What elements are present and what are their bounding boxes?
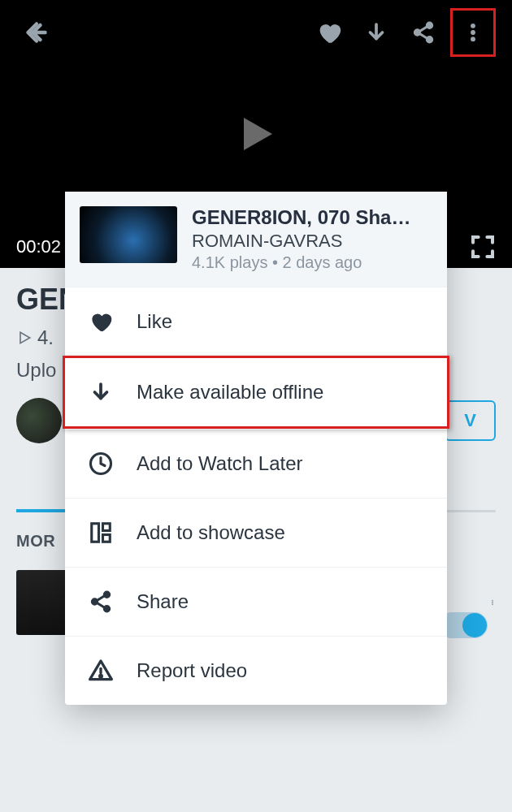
play-small-icon: [16, 330, 33, 346]
fullscreen-button[interactable]: [470, 234, 496, 260]
svg-marker-11: [20, 332, 30, 343]
menu-item-showcase[interactable]: Add to showcase: [65, 498, 447, 567]
menu-item-report[interactable]: Report video: [65, 636, 447, 705]
clock-icon: [89, 451, 113, 476]
svg-point-9: [471, 37, 475, 41]
svg-point-14: [492, 603, 493, 605]
menu-item-offline[interactable]: Make available offline: [63, 356, 449, 429]
svg-point-13: [492, 602, 493, 603]
play-icon: [232, 110, 280, 158]
menu-item-watch-later[interactable]: Add to Watch Later: [65, 429, 447, 498]
svg-line-24: [97, 603, 105, 607]
current-time: 00:02: [16, 236, 61, 257]
back-arrow-icon: [22, 18, 51, 47]
heart-icon: [88, 309, 114, 335]
player-top-bar: [0, 8, 512, 57]
stats-text: 4.: [37, 326, 54, 349]
like-button[interactable]: [309, 12, 349, 53]
sheet-title-block: GENER8ION, 070 Sha… ROMAIN-GAVRAS 4.1K p…: [192, 206, 432, 272]
menu-item-label: Share: [137, 590, 189, 613]
download-arrow-icon: [89, 380, 113, 404]
menu-item-label: Make available offline: [137, 381, 323, 404]
sheet-video-title: GENER8ION, 070 Sha…: [192, 206, 432, 229]
fullscreen-icon: [470, 234, 496, 260]
share-icon: [89, 590, 113, 614]
menu-item-label: Add to showcase: [137, 521, 285, 544]
svg-point-8: [471, 30, 475, 35]
svg-line-23: [97, 596, 105, 601]
more-options-button[interactable]: [450, 8, 496, 57]
svg-rect-19: [103, 535, 111, 542]
menu-item-label: Like: [137, 310, 172, 333]
svg-rect-18: [103, 524, 111, 531]
sheet-meta: 4.1K plays • 2 days ago: [192, 253, 432, 272]
play-button[interactable]: [232, 110, 280, 158]
avatar[interactable]: [16, 398, 62, 443]
back-button[interactable]: [16, 12, 57, 53]
warning-icon: [88, 658, 114, 684]
svg-rect-17: [92, 524, 99, 542]
menu-item-like[interactable]: Like: [65, 287, 447, 356]
more-vertical-icon: [489, 590, 496, 615]
share-button[interactable]: [403, 12, 444, 53]
svg-line-5: [419, 27, 427, 32]
menu-item-share[interactable]: Share: [65, 567, 447, 636]
download-button[interactable]: [356, 12, 397, 53]
svg-point-7: [471, 24, 475, 28]
more-vertical-icon: [462, 16, 484, 49]
svg-line-6: [419, 33, 427, 38]
svg-point-26: [100, 675, 102, 677]
menu-item-label: Report video: [137, 659, 247, 682]
share-icon: [411, 20, 436, 45]
row-more-button[interactable]: [489, 590, 496, 615]
svg-point-12: [492, 600, 493, 602]
sheet-author: ROMAIN-GAVRAS: [192, 231, 432, 252]
showcase-icon: [89, 520, 113, 545]
sheet-thumbnail: [80, 206, 177, 263]
svg-marker-10: [244, 118, 272, 150]
download-arrow-icon: [364, 20, 388, 45]
options-sheet: GENER8ION, 070 Sha… ROMAIN-GAVRAS 4.1K p…: [65, 192, 447, 705]
menu-item-label: Add to Watch Later: [137, 452, 303, 475]
sheet-header: GENER8ION, 070 Sha… ROMAIN-GAVRAS 4.1K p…: [65, 192, 447, 287]
toggle-knob: [462, 613, 487, 637]
heart-icon: [315, 19, 343, 46]
follow-button[interactable]: V: [445, 400, 496, 441]
